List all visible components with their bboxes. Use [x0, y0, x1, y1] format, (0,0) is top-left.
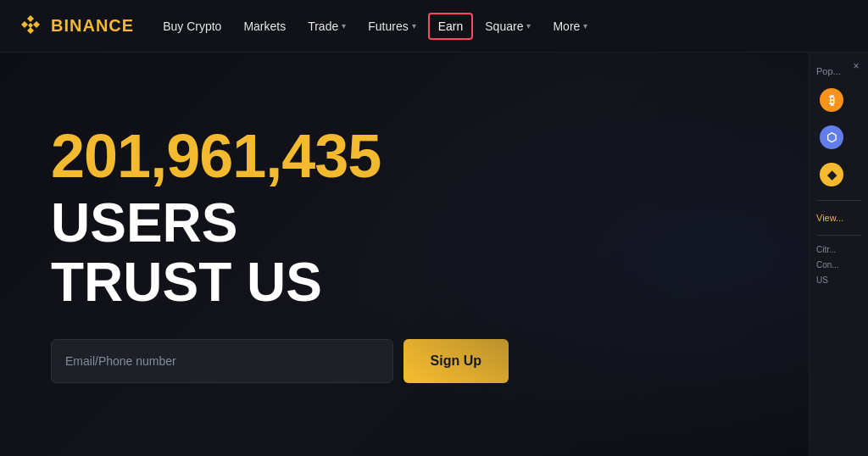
eth-item[interactable]: ⬡	[816, 120, 861, 154]
panel-bottom-text-2: Con...	[816, 259, 861, 271]
signup-row: Sign Up	[51, 339, 509, 383]
view-all-link[interactable]: View...	[816, 209, 861, 226]
trust-text: USERS TRUST US	[51, 193, 758, 313]
trade-chevron-icon: ▾	[342, 21, 346, 31]
svg-marker-4	[28, 23, 33, 28]
right-panel: × Pop... ₿ ⬡ ◆ View... Citr... Con... US	[809, 53, 868, 456]
panel-bottom-text-3: US	[816, 275, 861, 286]
main-content: 201,961,435 USERS TRUST US Sign Up × Pop…	[0, 53, 868, 456]
bnb-item[interactable]: ◆	[816, 158, 861, 192]
more-chevron-icon: ▾	[583, 21, 587, 31]
svg-marker-3	[27, 27, 34, 34]
futures-chevron-icon: ▾	[412, 21, 416, 31]
user-count: 201,961,435	[51, 125, 758, 186]
binance-logo-icon	[17, 13, 44, 40]
hero-section: 201,961,435 USERS TRUST US Sign Up	[0, 53, 809, 456]
nav-items: Buy Crypto Markets Trade ▾ Futures ▾ Ear…	[153, 13, 851, 40]
btc-icon: ₿	[820, 88, 843, 112]
eth-icon: ⬡	[820, 125, 843, 149]
nav-item-earn[interactable]: Earn	[428, 13, 474, 40]
svg-marker-2	[33, 21, 40, 28]
nav-item-more[interactable]: More ▾	[542, 13, 598, 40]
brand-name: BINANCE	[51, 16, 134, 36]
navbar: BINANCE Buy Crypto Markets Trade ▾ Futur…	[0, 0, 868, 53]
close-panel-button[interactable]: ×	[849, 59, 863, 73]
logo[interactable]: BINANCE	[17, 13, 134, 40]
panel-divider-2	[816, 235, 861, 236]
signup-button[interactable]: Sign Up	[403, 339, 509, 383]
square-chevron-icon: ▾	[526, 21, 531, 31]
nav-item-square[interactable]: Square ▾	[475, 13, 541, 40]
nav-item-futures[interactable]: Futures ▾	[358, 13, 426, 40]
svg-marker-1	[21, 21, 28, 28]
nav-item-buy-crypto[interactable]: Buy Crypto	[153, 13, 231, 40]
panel-divider	[816, 200, 861, 201]
nav-item-markets[interactable]: Markets	[233, 13, 296, 40]
email-input[interactable]	[51, 339, 393, 383]
nav-item-trade[interactable]: Trade ▾	[298, 13, 356, 40]
btc-item[interactable]: ₿	[816, 83, 861, 117]
svg-marker-0	[27, 15, 34, 22]
panel-bottom-text-1: Citr...	[816, 244, 861, 256]
bnb-icon: ◆	[820, 163, 843, 186]
